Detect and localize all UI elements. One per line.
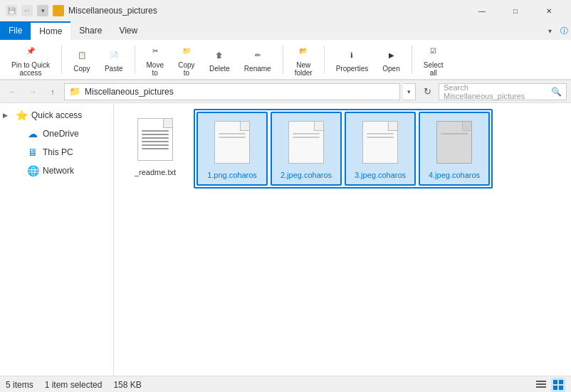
tab-view[interactable]: View [110, 21, 146, 40]
ribbon-separator2 [135, 46, 135, 74]
svg-rect-4 [559, 380, 563, 384]
file-lines-3 [367, 133, 394, 140]
selection-group: 1.png.coharos 2.jpeg.coharos [194, 109, 493, 189]
dropdown-icon[interactable]: ▾ [37, 5, 48, 16]
tab-share[interactable]: Share [70, 21, 110, 40]
ribbon-content: 📌 Pin to Quickaccess 📋 Copy 📄 Paste ✂ Mo… [0, 40, 571, 80]
properties-button[interactable]: ℹ Properties [330, 43, 374, 75]
maximize-button[interactable]: □ [499, 0, 532, 21]
ribbon-tabs: File Home Share View ▾ ⓘ [0, 21, 571, 40]
new-folder-button[interactable]: 📂 Newfolder [289, 40, 318, 80]
line3 [142, 137, 169, 139]
select-all-button[interactable]: ☑ Selectall [418, 40, 449, 80]
close-button[interactable]: ✕ [533, 0, 565, 21]
undo-icon[interactable]: ↩ [21, 5, 33, 16]
pin-icon: 📌 [22, 43, 39, 60]
open-icon: ▶ [383, 46, 400, 63]
svg-rect-6 [559, 386, 563, 390]
file-item-1[interactable]: 1.png.coharos [197, 112, 268, 186]
svg-rect-0 [536, 381, 546, 382]
file-item-3[interactable]: 3.jpeg.coharos [345, 112, 416, 186]
file-area[interactable]: _readme.txt 1.png.coharos [114, 103, 571, 376]
item-count: 5 items [6, 380, 33, 390]
file-label-3: 3.jpeg.coharos [355, 170, 406, 180]
coharos-file-icon-4 [436, 121, 472, 164]
paste-button[interactable]: 📄 Paste [99, 43, 129, 75]
search-icon: 🔍 [551, 87, 562, 97]
txt-file-icon [137, 118, 173, 161]
ribbon-separator3 [283, 46, 283, 74]
search-placeholder: Search Miscellaneous_pictures [444, 83, 548, 100]
ribbon-expand-icon[interactable]: ▾ [543, 21, 557, 40]
file-icon-container-3 [359, 117, 402, 167]
rename-icon: ✏ [249, 46, 266, 63]
title-bar: 💾 ↩ ▾ Miscellaneous_pictures — □ ✕ [0, 0, 571, 21]
file-label-2: 2.jpeg.coharos [281, 170, 332, 180]
title-bar-left: 💾 ↩ ▾ Miscellaneous_pictures [6, 5, 157, 16]
file-item-readme[interactable]: _readme.txt [120, 109, 191, 189]
address-bar: ← → ↑ 📁 Miscellaneous_pictures ▾ ↻ Searc… [0, 80, 571, 103]
ribbon-separator5 [412, 46, 412, 74]
this-pc-label: This PC [43, 147, 73, 157]
sidebar-item-quick-access[interactable]: ▶ ⭐ Quick access [0, 106, 113, 125]
info-icon[interactable]: ⓘ [557, 21, 571, 40]
svg-rect-1 [536, 383, 546, 385]
ribbon-separator [61, 46, 62, 74]
rename-button[interactable]: ✏ Rename [239, 43, 277, 75]
minimize-button[interactable]: — [466, 0, 498, 21]
address-path[interactable]: 📁 Miscellaneous_pictures [64, 83, 400, 100]
file-item-2[interactable]: 2.jpeg.coharos [271, 112, 342, 186]
sidebar-item-network[interactable]: 🌐 Network [0, 161, 113, 180]
onedrive-label: OneDrive [43, 129, 79, 139]
sidebar-item-onedrive[interactable]: ☁ OneDrive [0, 125, 113, 143]
copy-icon: 📋 [73, 46, 90, 63]
line1 [293, 133, 320, 134]
pin-quick-access-button[interactable]: 📌 Pin to Quickaccess [6, 40, 56, 80]
line1 [142, 130, 169, 132]
forward-button[interactable]: → [24, 83, 41, 100]
selected-info: 1 item selected [45, 380, 103, 390]
file-label-1: 1.png.coharos [207, 170, 257, 180]
up-button[interactable]: ↑ [44, 83, 61, 100]
tab-home[interactable]: Home [31, 21, 70, 40]
move-to-button[interactable]: ✂ Moveto [141, 40, 169, 80]
open-button[interactable]: ▶ Open [377, 43, 405, 75]
file-icon-container-readme [134, 115, 177, 164]
file-label-4: 4.jpeg.coharos [429, 170, 480, 180]
coharos-file-icon-1 [214, 121, 250, 164]
window-title: Miscellaneous_pictures [68, 6, 157, 16]
coharos-file-icon-2 [288, 121, 324, 164]
icon-view-button[interactable] [551, 378, 565, 392]
delete-icon: 🗑 [211, 46, 228, 63]
search-box[interactable]: Search Miscellaneous_pictures 🔍 [439, 83, 567, 100]
sidebar-item-this-pc[interactable]: 🖥 This PC [0, 143, 113, 161]
svg-rect-5 [553, 386, 557, 390]
save-icon[interactable]: 💾 [6, 5, 17, 16]
address-dropdown[interactable]: ▾ [403, 83, 416, 100]
refresh-button[interactable]: ↻ [419, 83, 436, 100]
back-button[interactable]: ← [4, 83, 21, 100]
status-bar: 5 items 1 item selected 158 KB [0, 376, 571, 392]
list-view-button[interactable] [534, 378, 548, 392]
line1 [441, 133, 468, 134]
status-right [534, 378, 565, 392]
paste-icon: 📄 [105, 46, 122, 63]
delete-button[interactable]: 🗑 Delete [204, 43, 236, 75]
line5 [142, 144, 169, 146]
quick-access-arrow: ▶ [3, 112, 11, 119]
svg-rect-2 [536, 386, 546, 388]
copy-to-icon: 📁 [178, 43, 195, 60]
tab-file[interactable]: File [0, 21, 31, 40]
line6 [142, 148, 169, 149]
copy-to-button[interactable]: 📁 Copyto [172, 40, 201, 80]
network-icon: 🌐 [27, 165, 38, 176]
line2 [142, 134, 169, 135]
list-view-icon [536, 380, 546, 390]
move-icon: ✂ [147, 43, 164, 60]
new-folder-icon: 📂 [295, 43, 312, 60]
properties-icon: ℹ [343, 46, 360, 63]
file-item-4[interactable]: 4.jpeg.coharos [419, 112, 490, 186]
file-label-readme: _readme.txt [135, 167, 176, 177]
copy-button[interactable]: 📋 Copy [68, 43, 96, 75]
coharos-file-icon-3 [362, 121, 398, 164]
